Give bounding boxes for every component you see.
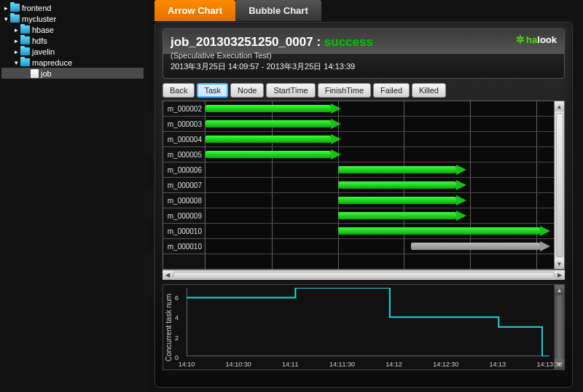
job-sep: :	[313, 35, 324, 49]
node-button[interactable]: Node	[230, 83, 264, 98]
scroll-up-icon[interactable]: ▲	[555, 285, 564, 295]
task-row	[206, 101, 554, 117]
ytick: 2	[175, 334, 179, 342]
task-row	[206, 239, 554, 254]
job-subtitle: (Speculative Execution Test)	[171, 51, 557, 60]
arrow-scroll-h[interactable]: ◀ ▶	[163, 270, 565, 280]
sidebar-tree: ▸frontend▾mycluster▸hbase▸hdfs▸javelin▾m…	[0, 0, 146, 392]
task-arrow[interactable]	[206, 119, 341, 129]
brand-gear-icon: ✲	[516, 34, 525, 45]
tree-label: frontend	[22, 4, 51, 12]
arrow-scroll-v[interactable]: ▲ ▼	[554, 101, 564, 269]
scroll-thumb[interactable]	[556, 113, 563, 257]
tree-label: javelin	[32, 47, 55, 56]
task-button[interactable]: Task	[197, 83, 228, 98]
task-arrow[interactable]	[206, 103, 341, 114]
task-label: m_000009	[163, 208, 205, 224]
task-label: m_000010	[163, 224, 205, 239]
job-header: job_201303251250_0007 : success (Specula…	[163, 28, 565, 79]
task-labels: m_000002m_000003m_000004m_000005m_000006…	[163, 101, 206, 269]
button-row: BackTaskNodeStartTimeFinishTimeFailedKil…	[163, 83, 565, 98]
task-arrow[interactable]	[338, 180, 467, 190]
doc-icon	[31, 69, 39, 78]
tree-label: mapreduce	[32, 58, 72, 67]
folder-icon	[10, 4, 20, 12]
xtick: 14:11	[282, 361, 299, 368]
tree-toggle-icon[interactable]: ▾	[1, 15, 10, 23]
tree-item-mapreduce[interactable]: ▾mapreduce	[1, 57, 144, 68]
tree-item-javelin[interactable]: ▸javelin	[1, 46, 144, 57]
tree-label: job	[41, 69, 52, 78]
task-arrow[interactable]	[338, 195, 467, 205]
killed-button[interactable]: Killed	[412, 83, 446, 98]
task-arrow[interactable]	[338, 226, 551, 236]
tree-item-hbase[interactable]: ▸hbase	[1, 24, 144, 35]
ytick: 6	[175, 294, 179, 302]
concurrent-scroll-v[interactable]: ▲ ▼	[554, 285, 564, 369]
tab-arrow-chart[interactable]: Arrow Chart	[154, 0, 235, 21]
main-panel: alook Arrow ChartBubble Chart job_201303…	[146, 0, 583, 392]
brand-prefix: ha	[526, 34, 537, 45]
scroll-up-icon[interactable]: ▲	[555, 101, 564, 111]
task-row	[206, 117, 554, 132]
concurrent-chart: Concurrent task num 024614:1014:10:3014:…	[163, 284, 565, 370]
xtick: 14:12:30	[433, 361, 458, 368]
job-status: success	[324, 35, 373, 49]
scroll-right-icon[interactable]: ▶	[555, 270, 565, 280]
folder-icon	[10, 15, 20, 23]
concurrent-ylabel-box: Concurrent task num	[163, 285, 173, 369]
svg-rect-7	[146, 189, 154, 219]
tab-bar: Arrow ChartBubble Chart	[154, 0, 321, 21]
task-arrow[interactable]	[411, 241, 550, 251]
task-label: m_000002	[163, 101, 205, 117]
starttime-button[interactable]: StartTime	[266, 83, 315, 98]
concurrent-line	[187, 288, 549, 356]
folder-icon	[20, 58, 30, 66]
tree-toggle-icon[interactable]: ▸	[12, 48, 20, 55]
scroll-left-icon[interactable]: ◀	[163, 270, 173, 280]
task-arrow[interactable]	[338, 211, 467, 221]
brand-logo: ✲halook	[516, 34, 557, 45]
task-arrow[interactable]	[206, 134, 341, 144]
task-row	[206, 147, 554, 162]
scroll-thumb-h[interactable]	[173, 272, 555, 279]
task-row	[206, 208, 554, 224]
arrow-plot[interactable]	[206, 101, 554, 269]
tree-label: hbase	[32, 26, 54, 34]
tree-item-mycluster[interactable]: ▾mycluster	[1, 13, 144, 24]
xtick: 14:11:30	[329, 361, 355, 368]
concurrent-plot[interactable]: 024614:1014:10:3014:1114:11:3014:1214:12…	[173, 285, 554, 369]
xtick: 14:13	[490, 361, 506, 368]
tree-toggle-icon[interactable]: ▸	[12, 26, 20, 34]
task-row	[206, 224, 554, 239]
xtick: 14:13:30	[536, 361, 562, 368]
tree-toggle-icon[interactable]: ▾	[12, 59, 20, 66]
xtick: 14:12	[386, 361, 402, 368]
folder-icon	[20, 36, 30, 44]
scroll-track[interactable]	[173, 270, 555, 280]
tree-toggle-icon[interactable]: ▸	[12, 37, 20, 44]
job-title: job_201303251250_0007 : success	[171, 35, 557, 50]
tree-item-hdfs[interactable]: ▸hdfs	[1, 35, 144, 46]
task-label: m_000003	[163, 117, 205, 132]
tree-label: mycluster	[22, 15, 56, 23]
task-row	[206, 193, 554, 208]
task-arrow[interactable]	[206, 149, 341, 160]
back-button[interactable]: Back	[163, 83, 195, 98]
finishtime-button[interactable]: FinishTime	[318, 83, 371, 98]
tree-item-frontend[interactable]: ▸frontend	[1, 2, 144, 13]
task-row	[206, 162, 554, 178]
task-arrow[interactable]	[338, 165, 467, 175]
folder-icon	[20, 26, 30, 34]
tab-bubble-chart[interactable]: Bubble Chart	[235, 0, 321, 21]
task-label: m_000006	[163, 162, 205, 178]
task-label: m_000004	[163, 132, 205, 147]
task-label: m_000008	[163, 193, 205, 208]
scroll-down-icon[interactable]: ▼	[555, 259, 564, 269]
failed-button[interactable]: Failed	[373, 83, 410, 98]
brand-suffix: look	[537, 34, 557, 45]
ytick: 4	[175, 314, 179, 321]
tree-item-job[interactable]: job	[1, 68, 144, 79]
task-label: m_000010	[163, 239, 205, 254]
tree-toggle-icon[interactable]: ▸	[1, 4, 10, 12]
